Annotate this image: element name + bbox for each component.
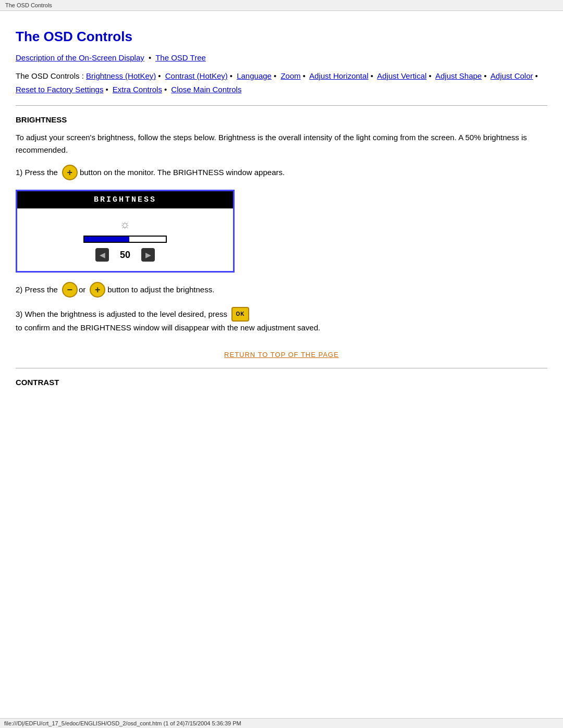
link-adjust-shape[interactable]: Adjust Shape xyxy=(435,71,482,80)
step-1-number: 1) Press the xyxy=(16,166,58,179)
osd-left-arrow: ◀ xyxy=(95,248,109,262)
nav-links: Description of the On-Screen Display • T… xyxy=(16,53,547,62)
contrast-heading: CONTRAST xyxy=(16,378,547,387)
link-reset-factory[interactable]: Reset to Factory Settings xyxy=(16,85,103,94)
divider-2 xyxy=(16,368,547,368)
osd-controls-intro: The OSD Controls : xyxy=(16,71,86,80)
brightness-heading: BRIGHTNESS xyxy=(16,115,547,124)
osd-body: ☼ ◀ 50 ▶ xyxy=(17,208,233,271)
step-1: 1) Press the + button on the monitor. Th… xyxy=(16,165,547,180)
brightness-osd-window: BRIGHTNESS ☼ ◀ 50 ▶ xyxy=(16,190,235,273)
return-to-top[interactable]: RETURN TO TOP OF THE PAGE xyxy=(16,350,547,359)
brightness-bar-fill xyxy=(84,237,129,242)
step-3-text-before: 3) When the brightness is adjusted to th… xyxy=(16,308,227,320)
brightness-description: To adjust your screen's brightness, foll… xyxy=(16,131,547,156)
sun-icon: ☼ xyxy=(120,218,130,231)
nav-description-link[interactable]: Description of the On-Screen Display xyxy=(16,53,144,62)
osd-controls-nav: The OSD Controls : Brightness (HotKey)• … xyxy=(16,69,547,96)
link-language[interactable]: Language xyxy=(237,71,272,80)
bullet-1: • xyxy=(149,53,151,62)
step-1-text: button on the monitor. The BRIGHTNESS wi… xyxy=(80,166,285,179)
link-adjust-horizontal[interactable]: Adjust Horizontal xyxy=(309,71,368,80)
browser-title: The OSD Controls xyxy=(0,0,563,11)
step-3: 3) When the brightness is adjusted to th… xyxy=(16,307,547,334)
osd-value: 50 xyxy=(117,250,133,261)
return-to-top-link[interactable]: RETURN TO TOP OF THE PAGE xyxy=(224,351,339,359)
link-adjust-color[interactable]: Adjust Color xyxy=(491,71,533,80)
osd-title-bar: BRIGHTNESS xyxy=(17,191,233,208)
link-brightness-hotkey[interactable]: Brightness (HotKey) xyxy=(86,71,156,80)
link-zoom[interactable]: Zoom xyxy=(280,71,300,80)
minus-button-icon: − xyxy=(62,282,78,298)
link-extra-controls[interactable]: Extra Controls xyxy=(113,85,162,94)
link-adjust-vertical[interactable]: Adjust Vertical xyxy=(377,71,426,80)
plus-button-icon-2: + xyxy=(90,282,105,298)
brightness-bar xyxy=(83,236,167,243)
step-2-or: or xyxy=(79,283,85,296)
step-3-text-after: to confirm and the BRIGHTNESS window wil… xyxy=(16,322,320,334)
step-2-number: 2) Press the xyxy=(16,283,58,296)
nav-tree-link[interactable]: The OSD Tree xyxy=(155,53,206,62)
plus-button-icon: + xyxy=(62,165,78,180)
page-title: The OSD Controls xyxy=(16,29,547,45)
link-contrast-hotkey[interactable]: Contrast (HotKey) xyxy=(165,71,228,80)
step-2: 2) Press the − or + button to adjust the… xyxy=(16,282,547,298)
osd-controls-row: ◀ 50 ▶ xyxy=(95,248,155,262)
step-2-text: button to adjust the brightness. xyxy=(107,283,214,296)
osd-right-arrow: ▶ xyxy=(141,248,155,262)
divider-1 xyxy=(16,105,547,106)
link-close-main-controls[interactable]: Close Main Controls xyxy=(171,85,241,94)
ok-button-icon: OK xyxy=(231,307,249,322)
